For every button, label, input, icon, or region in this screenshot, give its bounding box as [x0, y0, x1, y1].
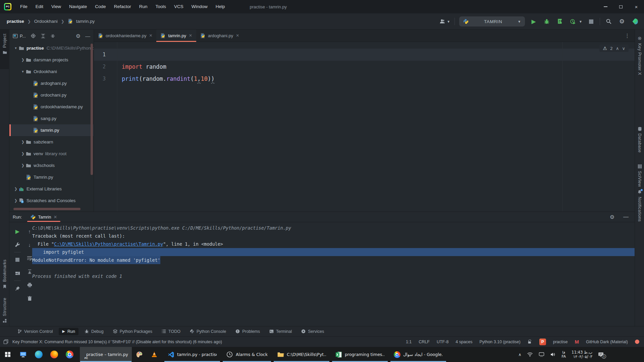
tree-item-w3schools[interactable]: ❯ w3schools	[9, 160, 94, 171]
tree-item-venv[interactable]: ❯ venvlibrary root	[9, 148, 94, 160]
unlocked-icon[interactable]	[528, 339, 532, 344]
debug-button[interactable]	[542, 17, 551, 26]
tray-chevron-up-icon[interactable]: ∧	[518, 352, 521, 357]
status-message[interactable]: Key Promoter X: Command Run missed 10 ti…	[12, 340, 222, 344]
tree-item-tamrin-selected[interactable]: tamrin.py	[9, 124, 94, 136]
stack-trace-link[interactable]: C:\D\ME\Skills\Python\practise\Tamrin.py	[54, 241, 163, 247]
close-tab-icon[interactable]: ✕	[236, 33, 239, 38]
toolwindow-problems[interactable]: Problems	[232, 328, 263, 335]
tree-item-sabzlearn[interactable]: ❯ sabzlearn	[9, 136, 94, 148]
tab-ardoghani[interactable]: ardoghani.py✕	[196, 29, 243, 42]
chevron-collapsed-icon[interactable]: ❯	[20, 163, 26, 168]
minimize-button[interactable]	[598, 0, 613, 13]
breadcrumb-project[interactable]: practise	[7, 19, 24, 24]
close-tab-icon[interactable]: ✕	[53, 215, 57, 220]
code-line[interactable]: 3 print(random.randint(1,10))	[94, 73, 635, 85]
toolwindow-todo[interactable]: TODO	[158, 328, 184, 335]
taskbar-firefox-icon[interactable]	[46, 347, 62, 362]
settings-wrench-icon[interactable]	[12, 238, 23, 251]
tool-stripe-sciview[interactable]: SciView	[635, 164, 644, 187]
tree-item-ordochani[interactable]: ordochani.py	[9, 89, 94, 101]
menu-file[interactable]: File	[16, 0, 32, 13]
project-view-select[interactable]: P...	[13, 34, 26, 39]
toolwindow-version-control[interactable]: Version Control	[14, 328, 56, 335]
notification-dot[interactable]	[635, 340, 639, 344]
notification-center-icon[interactable]: 1	[598, 352, 604, 357]
prev-warning-icon[interactable]: ∧	[616, 46, 619, 51]
tree-item-external-libraries[interactable]: ❯ External Libraries	[9, 183, 94, 195]
tool-stripe-key-promoter[interactable]: ⊗ Key Promoter X	[635, 36, 644, 75]
tool-stripe-structure[interactable]: Structure	[0, 298, 9, 323]
minimize-panel-icon[interactable]: —	[623, 214, 629, 220]
menu-tools[interactable]: Tools	[151, 0, 170, 13]
language-indicator[interactable]: فا FA	[561, 351, 566, 359]
material-theme-badge[interactable]: M	[575, 339, 579, 345]
taskbar-task-chrome-google[interactable]: ايجاد سوال - Google...	[390, 347, 446, 362]
menu-refactor[interactable]: Refactor	[110, 0, 135, 13]
wifi-icon[interactable]	[527, 352, 533, 357]
start-button[interactable]	[0, 347, 15, 362]
run-with-coverage-button[interactable]	[555, 17, 564, 26]
breadcrumb-folder[interactable]: Ordookhani	[34, 19, 58, 24]
taskbar-task-explorer[interactable]: C:\D\ME\Skills\Pyt...	[273, 347, 330, 362]
pin-icon[interactable]	[12, 282, 23, 295]
toolwindow-services[interactable]: Services	[298, 328, 327, 335]
chevron-down-icon[interactable]: ▼	[579, 20, 582, 23]
tool-stripe-notifications[interactable]: Notifications	[635, 190, 644, 222]
theme-name[interactable]: GitHub Dark (Material)	[586, 340, 628, 344]
chevron-collapsed-icon[interactable]: ❯	[13, 198, 19, 203]
taskbar-vlc-icon[interactable]	[147, 347, 162, 362]
taskbar-task-excel[interactable]: programing times....	[332, 347, 388, 362]
hide-panel-icon[interactable]: —	[85, 33, 90, 39]
taskbar-edge-icon[interactable]	[31, 347, 46, 362]
toolwindow-run[interactable]: ▶ Run	[59, 328, 78, 335]
menu-run[interactable]: Run	[135, 0, 152, 13]
next-warning-icon[interactable]: ∨	[622, 46, 625, 51]
settings-gear-icon[interactable]: ⚙	[618, 17, 626, 26]
expand-all-icon[interactable]	[41, 34, 46, 39]
tab-ordookhaniedame[interactable]: ordookhaniedame.py✕	[94, 29, 156, 42]
python-interpreter[interactable]: Python 3.10 (practise)	[479, 340, 520, 344]
menu-window[interactable]: Window	[187, 0, 212, 13]
taskbar-paint-icon[interactable]	[132, 347, 147, 362]
code-editor[interactable]: 1 2 import random 3 print(random.randint…	[94, 42, 635, 85]
chevron-collapsed-icon[interactable]: ❯	[20, 152, 26, 156]
menu-help[interactable]: Help	[212, 0, 229, 13]
toolwindow-python-console[interactable]: Python Console	[186, 328, 229, 335]
project-badge[interactable]: P	[539, 339, 546, 345]
rerun-button[interactable]: ▶	[12, 225, 23, 238]
profiler-button[interactable]	[569, 17, 577, 26]
close-button[interactable]: ×	[629, 0, 644, 13]
material-theme-icon[interactable]	[631, 17, 639, 26]
run-settings-gear-icon[interactable]: ⚙	[610, 214, 614, 220]
clear-console-trash-icon[interactable]	[24, 292, 35, 305]
toolwindow-terminal[interactable]: Terminal	[266, 328, 295, 335]
run-button[interactable]: ▶	[529, 17, 538, 26]
tab-tamrin-active[interactable]: tamrin.py✕	[156, 29, 196, 42]
tree-item-scratches[interactable]: ❯ Scratches and Consoles	[9, 195, 94, 206]
code-line-current[interactable]: 1	[94, 49, 635, 61]
restore-layout-icon[interactable]	[12, 266, 23, 280]
taskbar-task-pycharm[interactable]: PC practise – tamrin.py	[80, 347, 132, 362]
indent-style[interactable]: 4 spaces	[455, 340, 472, 344]
run-console-output[interactable]: C:\D\ME\Skills\Python\practise\venv\Scri…	[32, 224, 635, 280]
toolwindow-debug[interactable]: Debug	[81, 328, 107, 335]
tab-options-icon[interactable]: ⋮	[620, 33, 635, 39]
caret-position[interactable]: 1:1	[406, 340, 412, 344]
taskbar-task-vscode[interactable]: tamrin.py - practise...	[164, 347, 220, 362]
project-name[interactable]: practise	[553, 340, 568, 344]
toolwindow-python-packages[interactable]: Python Packages	[110, 328, 156, 335]
cast-connect-icon[interactable]	[539, 352, 544, 357]
breadcrumb-file[interactable]: tamrin.py	[76, 19, 95, 24]
chevron-collapsed-icon[interactable]: ❯	[13, 187, 19, 191]
collapse-all-icon[interactable]	[50, 34, 55, 39]
locate-file-icon[interactable]	[31, 33, 36, 39]
chevron-expanded-icon[interactable]: ▾	[20, 69, 26, 74]
run-configuration-select[interactable]: TAMRIN ▼	[459, 16, 525, 26]
user-account-button[interactable]: ▼	[439, 18, 450, 24]
tray-clock[interactable]: ب.ظ 11:43 ۱۴۰۴/۰۵/۰۳	[572, 350, 592, 359]
tree-item-ardoghani[interactable]: ardoghani.py	[9, 77, 94, 89]
line-separator[interactable]: CRLF	[419, 340, 430, 344]
chevron-collapsed-icon[interactable]: ❯	[20, 140, 26, 144]
menu-view[interactable]: View	[47, 0, 65, 13]
